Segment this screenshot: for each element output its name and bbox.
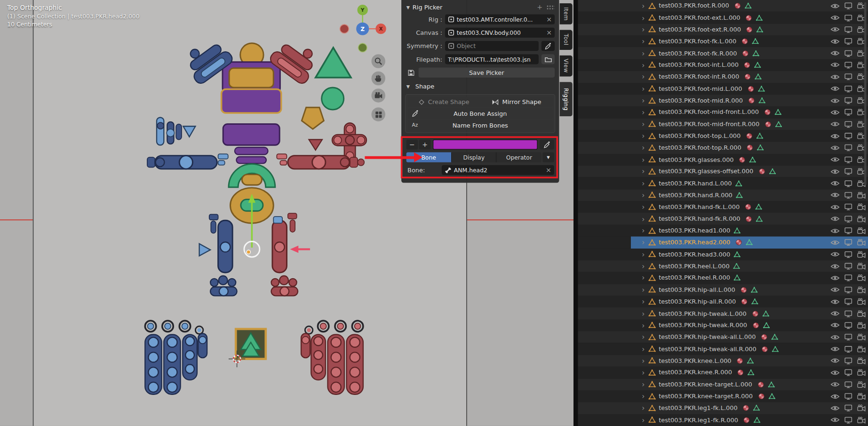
hide-eye-icon[interactable] <box>830 216 840 222</box>
expand-arrow-icon[interactable]: › <box>639 310 648 317</box>
filepath-field[interactable]: T:\PRODUCTI...ta\test003.jsn <box>445 54 539 64</box>
expand-arrow-icon[interactable]: › <box>639 298 648 305</box>
hide-eye-icon[interactable] <box>830 15 840 21</box>
clear-bone-icon[interactable]: × <box>546 167 551 173</box>
expand-arrow-icon[interactable]: › <box>639 192 648 199</box>
expand-arrow-icon[interactable]: › <box>639 334 648 341</box>
disable-viewport-icon[interactable] <box>844 322 852 329</box>
disable-viewport-icon[interactable] <box>844 109 852 116</box>
disable-viewport-icon[interactable] <box>844 2 852 9</box>
hide-eye-icon[interactable] <box>830 393 840 400</box>
disable-viewport-icon[interactable] <box>844 180 852 187</box>
panel-plus-icon[interactable]: + <box>537 3 542 11</box>
tab-filter-dropdown[interactable]: ▼ <box>542 153 554 162</box>
outliner-row[interactable]: › test003.PKR.hand-fk.R.000 <box>578 213 868 225</box>
disable-render-icon[interactable] <box>857 286 866 293</box>
disable-viewport-icon[interactable] <box>844 334 852 341</box>
tab-display[interactable]: Display <box>452 153 497 162</box>
disable-viewport-icon[interactable] <box>844 357 852 364</box>
clear-canvas-icon[interactable]: × <box>546 29 552 36</box>
hide-eye-icon[interactable] <box>830 275 840 281</box>
hide-eye-icon[interactable] <box>830 346 840 352</box>
hide-eye-icon[interactable] <box>830 263 840 269</box>
disable-render-icon[interactable] <box>857 417 866 424</box>
disable-render-icon[interactable] <box>857 203 866 210</box>
mirror-shape-button[interactable]: Mirror Shape <box>480 97 552 107</box>
expand-arrow-icon[interactable]: › <box>639 49 648 56</box>
disable-viewport-icon[interactable] <box>844 73 852 80</box>
rig-field[interactable]: test003.AMT.controller.0... × <box>445 15 555 24</box>
disable-viewport-icon[interactable] <box>844 215 852 222</box>
expand-arrow-icon[interactable]: › <box>639 145 648 152</box>
sidebar-tab-tool[interactable]: Tool <box>560 30 573 50</box>
disable-viewport-icon[interactable] <box>844 417 852 424</box>
hide-eye-icon[interactable] <box>830 62 840 68</box>
disable-viewport-icon[interactable] <box>844 404 852 411</box>
disable-viewport-icon[interactable] <box>844 97 852 104</box>
color-swatch[interactable] <box>433 140 537 150</box>
sidebar-tab-rigging[interactable]: Rigging <box>560 82 573 116</box>
expand-arrow-icon[interactable]: › <box>639 322 648 329</box>
outliner-row[interactable]: › test003.PKR.hip-tweak.L.000 <box>578 307 868 319</box>
disable-render-icon[interactable] <box>857 263 866 270</box>
hide-eye-icon[interactable] <box>830 38 840 45</box>
expand-arrow-icon[interactable]: › <box>639 227 648 234</box>
disable-viewport-icon[interactable] <box>844 298 852 305</box>
expand-arrow-icon[interactable]: › <box>639 417 648 424</box>
expand-arrow-icon[interactable]: › <box>639 251 648 258</box>
outliner-row[interactable]: › test003.PKR.heel.L.000 <box>578 260 868 272</box>
expand-arrow-icon[interactable]: › <box>639 73 648 80</box>
collapse-arrow-icon[interactable]: ▼ <box>406 5 410 10</box>
disable-render-icon[interactable] <box>857 215 866 222</box>
bone-field[interactable]: ANM.head2 × <box>442 165 554 175</box>
disable-viewport-icon[interactable] <box>844 381 852 388</box>
name-from-bones-button[interactable]: Az Name From Bones <box>408 120 552 130</box>
expand-arrow-icon[interactable]: › <box>639 38 648 45</box>
hide-eye-icon[interactable] <box>830 204 840 210</box>
outliner-row[interactable]: › test003.PKR.head1.000 <box>578 225 868 237</box>
disable-viewport-icon[interactable] <box>844 132 852 139</box>
outliner-row[interactable]: › test003.PKR.hand.R.000 <box>578 189 868 201</box>
expand-arrow-icon[interactable]: › <box>639 132 648 139</box>
disable-render-icon[interactable] <box>857 298 866 305</box>
disable-viewport-icon[interactable] <box>844 85 852 92</box>
collapse-arrow-icon[interactable]: ▼ <box>406 84 410 89</box>
outliner-scrollbar[interactable] <box>864 2 867 185</box>
add-color-button[interactable]: + <box>419 140 431 150</box>
expand-arrow-icon[interactable]: › <box>639 180 648 187</box>
expand-arrow-icon[interactable]: › <box>639 26 648 33</box>
outliner-row[interactable]: › test003.PKR.hip-all.R.000 <box>578 296 868 307</box>
outliner-row[interactable]: › test003.PKR.foot-top.R.000 <box>578 142 868 154</box>
sidebar-tab-view[interactable]: View <box>560 56 573 77</box>
expand-arrow-icon[interactable]: › <box>639 97 648 104</box>
expand-arrow-icon[interactable]: › <box>639 381 648 388</box>
disable-viewport-icon[interactable] <box>844 192 852 199</box>
hide-eye-icon[interactable] <box>830 370 840 376</box>
hide-eye-icon[interactable] <box>830 168 840 175</box>
disable-viewport-icon[interactable] <box>844 156 852 163</box>
hide-eye-icon[interactable] <box>830 133 840 139</box>
disable-viewport-icon[interactable] <box>844 239 852 246</box>
hide-eye-icon[interactable] <box>830 298 840 305</box>
hide-eye-icon[interactable] <box>830 97 840 104</box>
hide-eye-icon[interactable] <box>830 50 840 56</box>
zoom-button[interactable] <box>372 54 385 68</box>
tab-bone[interactable]: Bone <box>406 153 452 162</box>
outliner-row[interactable]: › test003.PKR.knee-target.R.000 <box>578 390 868 402</box>
hide-eye-icon[interactable] <box>830 251 840 257</box>
symmetry-eyedropper-button[interactable] <box>542 41 555 51</box>
disable-render-icon[interactable] <box>857 369 866 376</box>
disable-viewport-icon[interactable] <box>844 393 852 400</box>
pan-button[interactable] <box>372 72 385 85</box>
outliner-row[interactable]: › test003.PKR.heel.R.000 <box>578 272 868 284</box>
hide-eye-icon[interactable] <box>830 334 840 340</box>
expand-arrow-icon[interactable]: › <box>639 156 648 163</box>
outliner-row[interactable]: › test003.PKR.hand-fk.L.000 <box>578 201 868 213</box>
camera-view-button[interactable] <box>372 88 385 102</box>
outliner-row[interactable]: › test003.PKR.glasses-offset.000 <box>578 166 868 177</box>
outliner-row[interactable]: › test003.PKR.foot-int.L.000 <box>578 59 868 71</box>
hide-eye-icon[interactable] <box>830 239 840 246</box>
outliner-row[interactable]: › test003.PKR.head3.000 <box>578 249 868 260</box>
panel-grip-icon[interactable] <box>546 5 555 10</box>
expand-arrow-icon[interactable]: › <box>639 215 648 222</box>
